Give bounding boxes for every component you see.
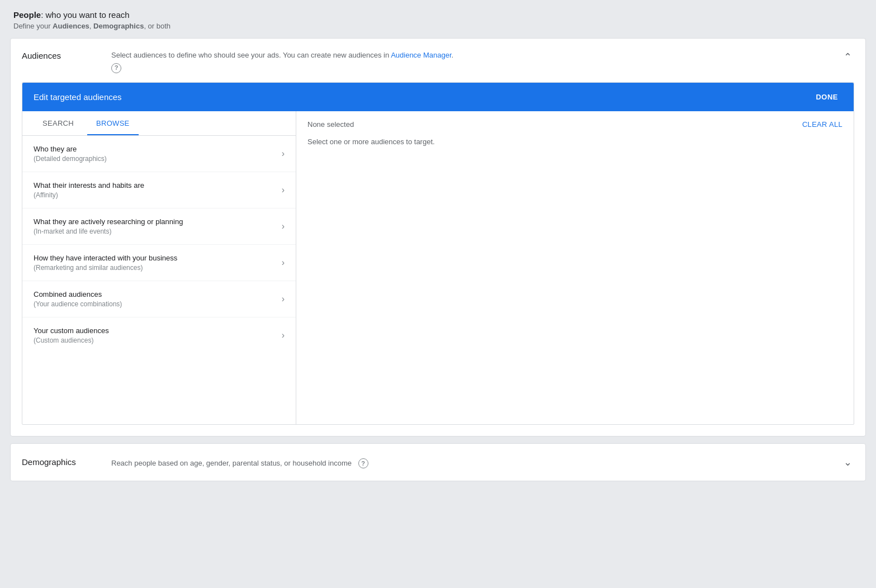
audiences-desc-text: Select audiences to define who should se… <box>111 51 391 59</box>
browse-item-combined[interactable]: Combined audiences (Your audience combin… <box>22 281 296 317</box>
help-icon[interactable]: ? <box>111 63 121 73</box>
main-content: Audiences Select audiences to define who… <box>0 38 876 481</box>
demographics-description: Reach people based on age, gender, paren… <box>111 456 841 468</box>
browse-item-text: How they have interacted with your busin… <box>34 254 275 272</box>
audiences-description: Select audiences to define who should se… <box>111 50 836 73</box>
title-suffix: : who you want to reach <box>41 10 129 20</box>
browse-items-list: Who they are (Detailed demographics) › W… <box>22 136 296 353</box>
tab-browse[interactable]: BROWSE <box>87 111 139 135</box>
page-title: People: who you want to reach <box>13 10 863 20</box>
browse-item-subtitle: (Affinity) <box>34 191 275 199</box>
edit-panel-header: Edit targeted audiences DONE <box>22 83 854 111</box>
chevron-right-icon: › <box>282 221 285 231</box>
subtitle-suffix: , or both <box>144 22 171 30</box>
right-panel-header: None selected CLEAR ALL <box>307 120 842 129</box>
chevron-right-icon: › <box>282 330 285 340</box>
browse-item-interacted[interactable]: How they have interacted with your busin… <box>22 245 296 281</box>
done-button[interactable]: DONE <box>811 91 842 103</box>
subtitle-prefix: Define your <box>13 22 53 30</box>
browse-item-researching[interactable]: What they are actively researching or pl… <box>22 208 296 245</box>
chevron-right-icon: › <box>282 149 285 159</box>
browse-item-title: What they are actively researching or pl… <box>34 217 275 226</box>
title-bold: People <box>13 10 41 20</box>
browse-item-custom[interactable]: Your custom audiences (Custom audiences)… <box>22 317 296 353</box>
audiences-header: Audiences Select audiences to define who… <box>11 39 865 82</box>
browse-item-text: Who they are (Detailed demographics) <box>34 145 275 163</box>
expand-icon[interactable]: ⌄ <box>841 455 854 470</box>
audience-manager-link[interactable]: Audience Manager <box>391 51 451 59</box>
browse-item-who-they-are[interactable]: Who they are (Detailed demographics) › <box>22 136 296 172</box>
browse-item-subtitle: (Custom audiences) <box>34 336 275 344</box>
clear-all-button[interactable]: CLEAR ALL <box>802 120 842 129</box>
browse-item-title: Your custom audiences <box>34 326 275 335</box>
subtitle-demographics: Demographics <box>93 22 144 30</box>
none-selected-text: None selected <box>307 120 354 129</box>
page-subtitle: Define your Audiences, Demographics, or … <box>13 22 863 30</box>
right-panel: None selected CLEAR ALL Select one or mo… <box>296 111 854 424</box>
browse-item-subtitle: (Remarketing and similar audiences) <box>34 264 275 272</box>
tabs: SEARCH BROWSE <box>22 111 296 136</box>
browse-item-title: Combined audiences <box>34 290 275 298</box>
demographics-desc-text: Reach people based on age, gender, paren… <box>111 459 352 467</box>
edit-panel-body: SEARCH BROWSE Who they are (Detailed dem… <box>22 111 854 424</box>
audiences-label: Audiences <box>22 50 111 60</box>
select-prompt: Select one or more audiences to target. <box>307 137 842 146</box>
audiences-desc-suffix: . <box>452 51 454 59</box>
browse-item-text: Your custom audiences (Custom audiences) <box>34 326 275 344</box>
subtitle-audiences: Audiences <box>53 22 89 30</box>
browse-item-subtitle: (Your audience combinations) <box>34 300 275 308</box>
browse-item-title: What their interests and habits are <box>34 181 275 189</box>
chevron-right-icon: › <box>282 294 285 304</box>
demographics-help-icon[interactable]: ? <box>358 458 368 468</box>
browse-item-title: How they have interacted with your busin… <box>34 254 275 262</box>
subtitle-sep: , <box>89 22 93 30</box>
browse-item-subtitle: (In-market and life events) <box>34 227 275 235</box>
browse-item-text: What their interests and habits are (Aff… <box>34 181 275 199</box>
chevron-right-icon: › <box>282 258 285 268</box>
chevron-right-icon: › <box>282 185 285 195</box>
tab-search[interactable]: SEARCH <box>34 111 83 135</box>
edit-panel-title: Edit targeted audiences <box>34 92 122 102</box>
edit-panel: Edit targeted audiences DONE SEARCH BROW… <box>22 82 854 425</box>
demographics-label: Demographics <box>22 457 111 467</box>
browse-item-subtitle: (Detailed demographics) <box>34 155 275 163</box>
left-panel: SEARCH BROWSE Who they are (Detailed dem… <box>22 111 296 424</box>
browse-item-text: What they are actively researching or pl… <box>34 217 275 235</box>
page-header: People: who you want to reach Define you… <box>0 0 876 38</box>
demographics-card: Demographics Reach people based on age, … <box>10 443 866 481</box>
browse-item-title: Who they are <box>34 145 275 153</box>
collapse-icon[interactable]: ⌃ <box>841 50 854 64</box>
browse-item-text: Combined audiences (Your audience combin… <box>34 290 275 308</box>
audiences-card: Audiences Select audiences to define who… <box>10 38 866 437</box>
browse-item-interests[interactable]: What their interests and habits are (Aff… <box>22 172 296 208</box>
